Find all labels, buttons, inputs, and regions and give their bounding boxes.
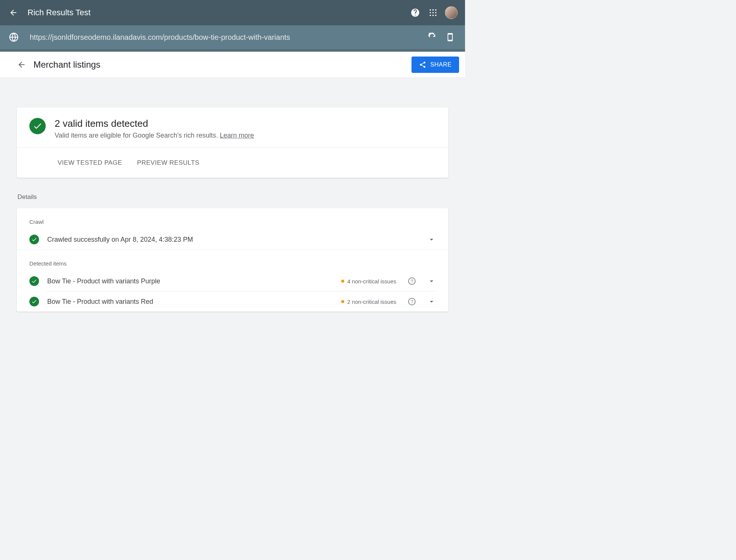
svg-point-2 — [435, 9, 437, 11]
arrow-back-icon — [9, 8, 18, 17]
arrow-back-icon — [17, 60, 26, 69]
warning-dot-icon — [341, 300, 344, 303]
globe-icon — [8, 32, 19, 43]
detected-item-name: Bow Tie - Product with variants Purple — [47, 277, 333, 285]
chevron-down-icon — [427, 277, 436, 285]
check-icon — [29, 235, 39, 244]
details-section-label: Details — [17, 193, 448, 201]
share-button[interactable]: SHARE — [411, 57, 459, 73]
page-title: Merchant listings — [33, 59, 100, 70]
item-issues: 4 non-critical issues — [341, 278, 396, 284]
summary-row: 2 valid items detected Valid items are e… — [17, 107, 448, 148]
svg-point-3 — [430, 12, 431, 13]
help-icon — [410, 8, 420, 17]
svg-point-4 — [432, 12, 434, 13]
device-button[interactable] — [443, 30, 458, 45]
check-icon — [29, 118, 46, 134]
detected-item-name: Bow Tie - Product with variants Red — [47, 298, 333, 306]
warning-dot-icon — [341, 280, 344, 283]
summary-headline: 2 valid items detected — [55, 118, 254, 129]
app-top-bar: Rich Results Test — [0, 0, 465, 25]
page-sub-header: Merchant listings SHARE — [0, 52, 465, 78]
divider-bar — [0, 49, 465, 52]
crawl-status-text: Crawled successfully on Apr 8, 2024, 4:3… — [47, 236, 416, 244]
svg-point-7 — [432, 15, 434, 16]
refresh-icon — [428, 33, 437, 42]
issues-text: 4 non-critical issues — [347, 278, 396, 284]
crawl-status-row[interactable]: Crawled successfully on Apr 8, 2024, 4:3… — [17, 229, 448, 250]
check-icon — [29, 276, 39, 286]
svg-point-8 — [435, 15, 437, 16]
back-button[interactable] — [6, 5, 21, 20]
svg-point-0 — [430, 9, 431, 11]
main-content: 2 valid items detected Valid items are e… — [0, 78, 465, 319]
app-title: Rich Results Test — [28, 8, 91, 17]
help-button[interactable] — [408, 5, 423, 20]
item-issues: 2 non-critical issues — [341, 299, 396, 305]
chevron-down-icon — [427, 297, 436, 306]
apps-button[interactable] — [426, 5, 440, 20]
check-icon — [29, 297, 39, 306]
detected-item-row[interactable]: Bow Tie - Product with variants Red 2 no… — [17, 292, 448, 312]
issues-text: 2 non-critical issues — [347, 299, 396, 305]
detected-item-row[interactable]: Bow Tie - Product with variants Purple 4… — [17, 271, 448, 291]
detected-group-label: Detected items — [17, 250, 448, 271]
sub-back-button[interactable] — [14, 57, 29, 72]
details-card: Crawl Crawled successfully on Apr 8, 202… — [17, 208, 448, 312]
summary-subtext: Valid items are eligible for Google Sear… — [55, 132, 254, 139]
share-button-label: SHARE — [430, 61, 452, 68]
smartphone-icon — [446, 33, 455, 42]
refresh-button[interactable] — [425, 30, 440, 45]
preview-results-button[interactable]: PREVIEW RESULTS — [136, 156, 201, 170]
view-tested-page-button[interactable]: VIEW TESTED PAGE — [56, 156, 124, 170]
tested-url[interactable]: https://jsonldforseodemo.ilanadavis.com/… — [30, 33, 422, 42]
help-icon[interactable]: ? — [408, 298, 416, 305]
share-icon — [419, 61, 426, 68]
svg-point-6 — [430, 15, 431, 16]
user-avatar[interactable] — [445, 6, 458, 19]
help-icon[interactable]: ? — [408, 277, 416, 285]
crawl-group-label: Crawl — [17, 208, 448, 229]
url-bar: https://jsonldforseodemo.ilanadavis.com/… — [0, 25, 465, 49]
apps-icon — [429, 9, 437, 17]
summary-actions: VIEW TESTED PAGE PREVIEW RESULTS — [17, 148, 448, 178]
svg-point-5 — [435, 12, 437, 13]
summary-card: 2 valid items detected Valid items are e… — [17, 107, 448, 178]
chevron-down-icon — [427, 235, 436, 244]
learn-more-link[interactable]: Learn more — [220, 132, 254, 139]
svg-point-1 — [432, 9, 434, 11]
